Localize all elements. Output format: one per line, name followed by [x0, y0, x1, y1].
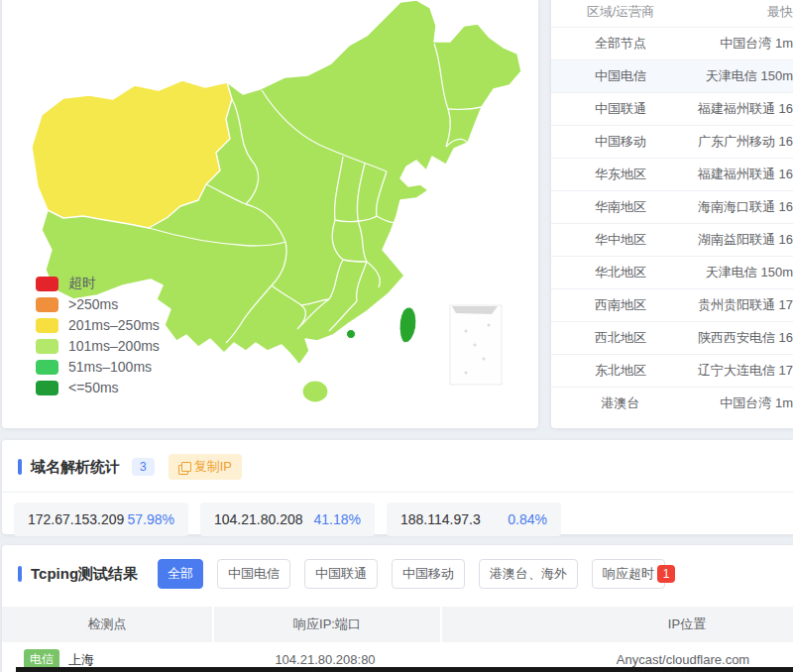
tcping-title: Tcping测试结果 [31, 565, 138, 584]
divider [2, 492, 793, 493]
south-china-sea-inset [450, 305, 502, 385]
filter-label: 中国移动 [402, 565, 454, 583]
legend-label: <=50ms [68, 380, 119, 395]
latency-map-panel: 超时 >250ms 201ms–250ms 101ms–200ms 51ms–1… [2, 0, 538, 428]
legend-label: >250ms [68, 296, 118, 312]
carrier-filter-group: 全部 中国电信 中国联通 中国移动 [158, 559, 675, 589]
legend-label: 超时 [68, 275, 96, 292]
col-header-ip-location: IP位置 [442, 607, 793, 642]
fastest-node-value: 海南海口联通 16 [690, 198, 793, 216]
tcping-results-panel: Tcping测试结果 全部 中国电信 中国联通 [2, 545, 793, 672]
filter-label: 全部 [168, 565, 193, 583]
legend-color-swatch [36, 318, 58, 333]
legend-item: 51ms–100ms [36, 359, 160, 375]
fastest-node-value: 天津电信 150m [690, 264, 793, 281]
carrier-filter-button[interactable]: 响应超时 [592, 559, 665, 589]
carrier-filter-button[interactable]: 中国联通 [304, 559, 378, 589]
carrier-filter-button[interactable]: 中国电信 [217, 559, 290, 589]
fastest-node-value: 中国台湾 1m [690, 35, 793, 53]
copy-ip-label: 复制IP [194, 458, 232, 476]
resolved-ip-list: 172.67.153.209 57.98% 104.21.80.208 41.1… [14, 503, 793, 536]
legend-item: 101ms–200ms [36, 338, 160, 354]
table-row[interactable]: 华南地区 海南海口联通 16 [551, 190, 793, 223]
fastest-node-value: 福建福州联通 16 [690, 166, 793, 183]
table-row[interactable]: 华东地区 福建福州联通 16 [551, 158, 793, 190]
hainan-region[interactable] [302, 381, 328, 402]
region-name: 全部节点 [551, 35, 690, 53]
region-name: 西北地区 [551, 329, 690, 347]
node-name: 上海 [68, 651, 94, 669]
ip-percentage: 0.84% [508, 511, 547, 527]
col-header-node: 检测点 [2, 607, 212, 642]
legend-item: 201ms–250ms [36, 317, 160, 333]
carrier-filter-button[interactable]: 港澳台、海外 [479, 559, 578, 589]
dns-stats-panel: 域名解析统计 3 复制IP 172.67.153.209 57.98% 104.… [2, 440, 793, 534]
legend-item: 超时 [36, 276, 160, 291]
ip-address: 104.21.80.208 [214, 511, 303, 527]
table-row[interactable]: 西北地区 陕西西安电信 16 [551, 321, 793, 354]
bottom-dark-strip [16, 667, 793, 672]
timeout-count-badge: 1 [657, 565, 675, 583]
accent-bar [18, 566, 22, 582]
latency-legend: 超时 >250ms 201ms–250ms 101ms–200ms 51ms–1… [36, 276, 160, 395]
region-name: 华中地区 [551, 231, 690, 249]
fastest-node-value: 陕西西安电信 16 [690, 329, 793, 347]
region-name: 中国电信 [551, 67, 690, 85]
fastest-node-value: 天津电信 150m [690, 67, 793, 85]
table-row[interactable]: 中国联通 福建福州联通 16 [551, 92, 793, 125]
region-name: 东北地区 [551, 362, 690, 380]
filter-wrap: 中国电信 [217, 559, 290, 589]
ip-address: 188.114.97.3 [400, 511, 481, 527]
taiwan-region[interactable] [399, 307, 416, 343]
table-row[interactable]: 西南地区 贵州贵阳联通 17 [551, 288, 793, 321]
dns-stats-header: 域名解析统计 3 复制IP [2, 440, 793, 492]
tcping-table-header: 检测点 响应IP:端口 IP位置 [2, 607, 793, 642]
legend-color-swatch [36, 360, 58, 375]
legend-color-swatch [36, 339, 58, 354]
table-row[interactable]: 华北地区 天津电信 150m [551, 256, 793, 288]
ip-address: 172.67.153.209 [28, 511, 124, 527]
legend-item: >250ms [36, 296, 160, 312]
ip-location: Anycast/cloudflare.com [438, 652, 793, 667]
table-row[interactable]: 中国移动 广东广州移动 16 [551, 125, 793, 158]
region-name: 华北地区 [551, 264, 690, 281]
fastest-node-value: 贵州贵阳联通 17 [690, 296, 793, 314]
filter-label: 中国电信 [228, 565, 280, 583]
region-name: 中国联通 [551, 100, 690, 118]
hongkong-region[interactable] [347, 330, 356, 339]
fastest-column-header: 最快 [690, 3, 793, 21]
table-row[interactable]: 港澳台 中国台湾 1m [551, 387, 793, 419]
filter-wrap: 响应超时 1 [592, 559, 675, 589]
response-ip-port: 104.21.80.208:80 [212, 652, 438, 667]
table-row[interactable]: 东北地区 辽宁大连电信 17 [551, 354, 793, 387]
fastest-node-value: 辽宁大连电信 17 [690, 362, 793, 380]
filter-label: 港澳台、海外 [490, 565, 567, 583]
fastest-node-value: 中国台湾 1m [690, 394, 793, 412]
carrier-filter-button[interactable]: 中国移动 [392, 559, 465, 589]
resolved-ip-chip: 172.67.153.209 57.98% [14, 503, 188, 536]
region-name: 港澳台 [551, 394, 690, 412]
ip-percentage: 57.98% [128, 511, 174, 527]
dns-stats-title: 域名解析统计 [31, 458, 120, 477]
region-name: 西南地区 [551, 296, 690, 314]
copy-icon [178, 462, 189, 473]
filter-wrap: 全部 [158, 559, 203, 589]
resolved-ip-chip: 188.114.97.3 0.84% [387, 503, 561, 536]
legend-color-swatch [36, 381, 58, 395]
table-row[interactable]: 中国电信 天津电信 150m [551, 59, 793, 92]
filter-label: 中国联通 [315, 565, 367, 583]
fastest-node-value: 广东广州移动 16 [690, 133, 793, 151]
col-header-ip-port: 响应IP:端口 [214, 607, 440, 642]
region-name: 中国移动 [551, 133, 690, 151]
tcping-header: Tcping测试结果 全部 中国电信 中国联通 [2, 545, 793, 601]
filter-wrap: 港澳台、海外 [479, 559, 578, 589]
filter-wrap: 中国联通 [304, 559, 378, 589]
fastest-node-value: 福建福州联通 16 [690, 100, 793, 118]
table-row[interactable]: 全部节点 中国台湾 1m [551, 27, 793, 59]
accent-bar [18, 459, 22, 475]
copy-ip-button[interactable]: 复制IP [169, 454, 242, 480]
carrier-filter-button[interactable]: 全部 [158, 559, 203, 589]
region-name: 华南地区 [551, 198, 690, 216]
table-row[interactable]: 华中地区 湖南益阳联通 16 [551, 223, 793, 256]
fastest-nodes-panel: 区域/运营商 最快 全部节点 中国台湾 1m 中国电信 天津电信 150m 中国… [551, 0, 793, 428]
